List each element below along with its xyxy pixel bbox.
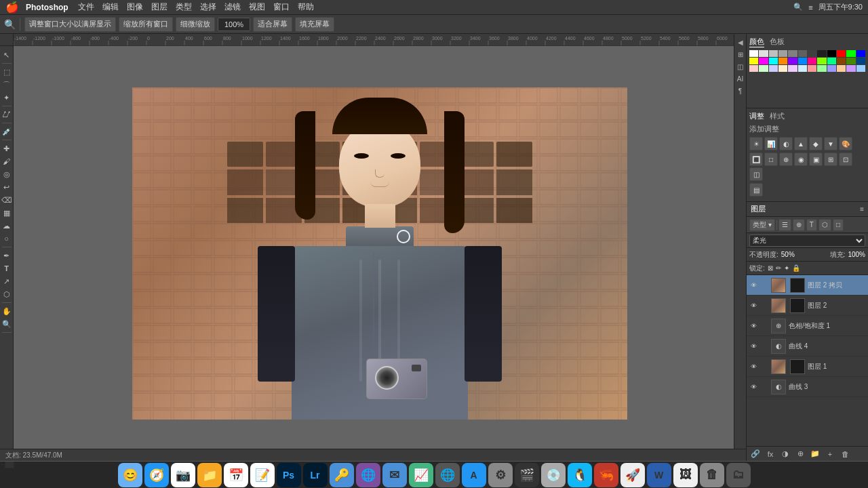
dock-lightroom[interactable]: Lr xyxy=(303,463,328,487)
dock-finalcut[interactable]: 🎬 xyxy=(515,463,539,487)
tab-color[interactable]: 颜色 xyxy=(749,37,764,47)
tool-dodge[interactable]: ○ xyxy=(1,232,13,245)
dock-prefs[interactable]: ⚙ xyxy=(488,463,513,487)
adj-hsl[interactable]: ▼ xyxy=(824,137,837,150)
swatch-15[interactable] xyxy=(778,58,787,64)
swatch-22[interactable] xyxy=(846,58,855,64)
adj-vibrance[interactable]: ◆ xyxy=(809,137,823,150)
tool-move[interactable]: ↖ xyxy=(1,49,13,61)
lock-position[interactable]: ✦ xyxy=(784,264,789,272)
layer-eye-4[interactable]: 👁 xyxy=(749,342,757,350)
dock-finder[interactable]: 😊 xyxy=(118,463,142,487)
swatch-18[interactable] xyxy=(808,58,816,64)
layer-link-btn[interactable]: 🔗 xyxy=(749,448,762,460)
swatch-29[interactable] xyxy=(798,65,807,72)
menu-type[interactable]: 类型 xyxy=(176,1,192,13)
dock-safari[interactable]: 🧭 xyxy=(144,463,169,487)
mini-icon-3[interactable]: AI xyxy=(735,73,746,84)
fit-screen-btn[interactable]: 适合屏幕 xyxy=(253,17,292,32)
adj-bw[interactable]: 🔳 xyxy=(749,152,763,166)
tool-history[interactable]: ↩ xyxy=(1,181,13,193)
dock-photoshop[interactable]: Ps xyxy=(277,463,301,487)
fill-screen-btn[interactable]: 填充屏幕 xyxy=(295,17,334,32)
tool-eraser[interactable]: ⌫ xyxy=(1,194,13,206)
swatch-11[interactable] xyxy=(856,50,865,57)
tool-brush[interactable]: 🖌 xyxy=(1,155,13,167)
swatch-1[interactable] xyxy=(759,50,768,57)
swatch-25[interactable] xyxy=(759,65,768,72)
adj-posterize[interactable]: ⊞ xyxy=(824,152,837,166)
zoom-all-btn[interactable]: 缩放所有窗口 xyxy=(119,17,173,32)
menu-view[interactable]: 视图 xyxy=(249,1,265,13)
lock-transparent[interactable]: ⊠ xyxy=(768,264,773,272)
scrubby-zoom-btn[interactable]: 细微缩放 xyxy=(176,17,215,32)
layer-lock-1[interactable] xyxy=(760,281,768,289)
canvas-image[interactable] xyxy=(132,87,627,420)
adj-invert[interactable]: ▣ xyxy=(809,152,823,166)
dock-photos[interactable]: 📷 xyxy=(171,463,195,487)
swatch-0[interactable] xyxy=(749,50,758,57)
layer-lock-5[interactable] xyxy=(760,363,768,371)
lyr-filter-smart[interactable]: □ xyxy=(833,219,844,231)
layer-new-btn[interactable]: + xyxy=(824,448,836,460)
layer-lock-6[interactable] xyxy=(760,383,768,391)
swatch-23[interactable] xyxy=(856,58,865,64)
spotlight-icon[interactable]: 🔍 xyxy=(793,3,803,12)
fit-resize-btn[interactable]: 调整窗口大小以满屏显示 xyxy=(24,17,116,32)
mini-icon-4[interactable]: ¶ xyxy=(735,85,746,96)
menu-filter[interactable]: 滤镜 xyxy=(224,1,241,13)
dock-word[interactable]: W xyxy=(647,463,671,487)
fill-value[interactable]: 100% xyxy=(848,251,865,258)
layer-item-2[interactable]: 👁图层 2 xyxy=(747,296,868,316)
layer-lock-3[interactable] xyxy=(760,322,768,330)
tab-styles[interactable]: 样式 xyxy=(770,111,785,121)
opacity-value[interactable]: 50% xyxy=(781,251,795,258)
swatch-35[interactable] xyxy=(856,65,865,72)
layer-mask-btn[interactable]: ◑ xyxy=(779,448,791,460)
swatch-2[interactable] xyxy=(769,50,778,57)
adj-levels[interactable]: 📊 xyxy=(764,137,778,150)
adj-colorbalance[interactable]: 🎨 xyxy=(839,137,852,150)
dock-appstore[interactable]: A xyxy=(462,463,486,487)
blend-mode-select[interactable]: 正常 正片叠底 柔光 强光 叠加 滤色 xyxy=(749,235,865,247)
dock-preview[interactable]: 🖼 xyxy=(673,463,698,487)
canvas-container[interactable] xyxy=(132,87,627,420)
menu-edit[interactable]: 编辑 xyxy=(102,1,119,13)
swatch-27[interactable] xyxy=(778,65,787,72)
swatch-31[interactable] xyxy=(817,65,826,72)
dock-folder[interactable]: 📁 xyxy=(197,463,222,487)
layer-item-6[interactable]: 👁◐曲线 3 xyxy=(747,377,868,397)
layer-lock-4[interactable] xyxy=(760,342,768,350)
menu-select[interactable]: 选择 xyxy=(200,1,216,13)
tool-shape[interactable]: ⬡ xyxy=(1,288,13,300)
swatch-10[interactable] xyxy=(846,50,855,57)
layer-item-5[interactable]: 👁图层 1 xyxy=(747,357,868,377)
swatch-13[interactable] xyxy=(759,58,768,64)
dock-1password[interactable]: 🔑 xyxy=(330,463,354,487)
swatch-26[interactable] xyxy=(769,65,778,72)
menu-layer[interactable]: 图层 xyxy=(151,1,167,13)
dock-trash[interactable]: 🗑 xyxy=(700,463,724,487)
layer-item-4[interactable]: 👁◐曲线 4 xyxy=(747,336,868,357)
tab-adjustments[interactable]: 调整 xyxy=(749,111,764,121)
dock-charts[interactable]: 📈 xyxy=(409,463,433,487)
adj-selective-color[interactable]: ▤ xyxy=(749,183,763,197)
dock-mail[interactable]: ✉ xyxy=(382,463,407,487)
adj-photo-filter[interactable]: □ xyxy=(764,152,778,166)
swatch-16[interactable] xyxy=(788,58,797,64)
adj-gradient-map[interactable]: ◫ xyxy=(749,167,763,181)
swatch-17[interactable] xyxy=(798,58,807,64)
swatch-21[interactable] xyxy=(837,58,846,64)
swatch-28[interactable] xyxy=(788,65,797,72)
tool-zoom[interactable]: 🔍 xyxy=(1,318,13,330)
adj-exposure[interactable]: ▲ xyxy=(794,137,808,150)
swatch-8[interactable] xyxy=(827,50,836,57)
tool-path[interactable]: ↗ xyxy=(1,275,13,287)
swatch-5[interactable] xyxy=(798,50,807,57)
swatch-6[interactable] xyxy=(808,50,816,57)
swatch-33[interactable] xyxy=(837,65,846,72)
swatch-30[interactable] xyxy=(808,65,816,72)
dock-calendar[interactable]: 📅 xyxy=(224,463,248,487)
mini-icon-1[interactable]: ⊞ xyxy=(735,49,746,60)
layer-group-btn[interactable]: 📁 xyxy=(809,448,821,460)
